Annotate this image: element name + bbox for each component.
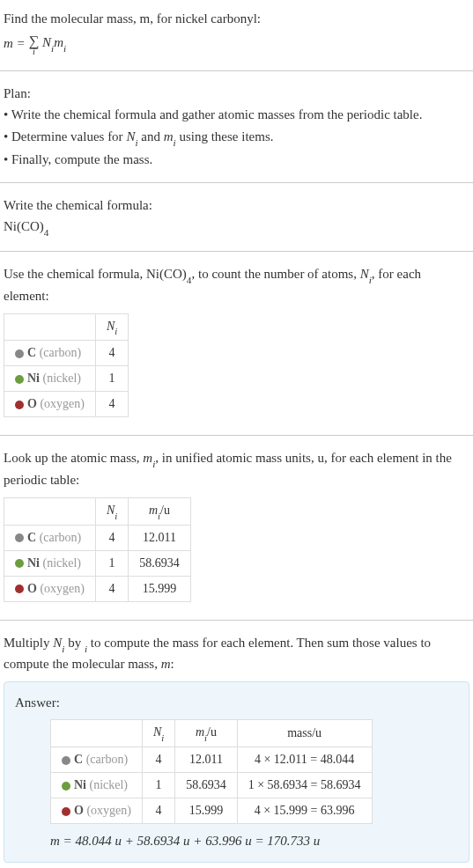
element-cell: Ni (nickel)	[4, 366, 96, 392]
final-equation: m = 48.044 u + 58.6934 u + 63.996 u = 17…	[50, 831, 458, 851]
element-cell: Ni (nickel)	[4, 550, 96, 576]
intro-text: Find the molecular mass, m, for nickel c…	[4, 9, 469, 29]
count-value: 1	[95, 366, 128, 392]
count-value: 4	[95, 392, 128, 417]
divider	[0, 251, 473, 252]
formula-heading: Write the chemical formula:	[4, 195, 469, 216]
table-header-row: Ni mi/u mass/u	[51, 720, 373, 747]
table-row: C (carbon) 4	[4, 341, 129, 366]
element-cell: O (oxygen)	[4, 576, 96, 601]
table-row: O (oxygen) 4	[4, 392, 129, 417]
count-value: 4	[95, 525, 128, 550]
lookup-text: Look up the atomic mass, mi, in unified …	[4, 448, 469, 489]
lookup-section: Look up the atomic mass, mi, in unified …	[0, 439, 473, 615]
plan-section: Plan: • Write the chemical formula and g…	[0, 75, 473, 179]
table-header-mass: mass/u	[237, 720, 372, 747]
divider	[0, 70, 473, 71]
element-cell: C (carbon)	[4, 525, 96, 550]
table-row: C (carbon) 4 12.011 4 × 12.011 = 48.044	[51, 747, 373, 773]
table-header-row: Ni	[4, 313, 129, 341]
mass-value: 15.999	[129, 576, 191, 601]
table-header-empty	[4, 313, 96, 341]
mass-value: 58.6934	[129, 550, 191, 576]
formula-section: Write the chemical formula: Ni(CO)4	[0, 187, 473, 247]
element-dot-icon	[15, 585, 24, 593]
chemical-formula: Ni(CO)4	[4, 217, 469, 239]
mass-value: 12.011	[129, 525, 191, 550]
table-header-ni: Ni	[95, 497, 128, 525]
element-dot-icon	[62, 807, 70, 816]
count-section: Use the chemical formula, Ni(CO)4, to co…	[0, 255, 473, 431]
mass-calc: 1 × 58.6934 = 58.6934	[237, 773, 372, 798]
intro-equation: m = ∑i Nimi	[4, 33, 469, 56]
count-value: 1	[95, 550, 128, 576]
table-row: O (oxygen) 4 15.999	[4, 576, 191, 601]
multiply-section: Multiply Ni by i to compute the mass for…	[0, 624, 473, 868]
mass-table: Ni mi/u C (carbon) 4 12.011 Ni (nickel) …	[4, 497, 191, 602]
divider	[0, 435, 473, 436]
element-dot-icon	[15, 401, 24, 409]
table-header-empty	[4, 497, 96, 525]
count-value: 1	[142, 773, 174, 798]
element-cell: O (oxygen)	[4, 392, 96, 417]
element-dot-icon	[62, 756, 70, 765]
table-row: Ni (nickel) 1	[4, 366, 129, 392]
divider	[0, 620, 473, 621]
answer-box: Answer: Ni mi/u mass/u C (carbon) 4 12.0…	[4, 681, 469, 863]
table-header-row: Ni mi/u	[4, 497, 191, 525]
element-dot-icon	[15, 559, 24, 568]
plan-bullet-2: • Determine values for Ni and mi using t…	[4, 127, 469, 149]
element-cell: C (carbon)	[4, 341, 96, 366]
element-cell: C (carbon)	[51, 747, 143, 773]
multiply-text: Multiply Ni by i to compute the mass for…	[4, 633, 469, 674]
table-header-empty	[51, 720, 143, 747]
intro-section: Find the molecular mass, m, for nickel c…	[0, 0, 473, 67]
divider	[0, 182, 473, 183]
mass-value: 15.999	[175, 798, 238, 824]
count-value: 4	[142, 747, 174, 773]
element-dot-icon	[15, 533, 24, 542]
element-dot-icon	[62, 782, 70, 791]
element-cell: Ni (nickel)	[51, 773, 143, 798]
table-row: C (carbon) 4 12.011	[4, 525, 191, 550]
plan-bullet-1: • Write the chemical formula and gather …	[4, 105, 469, 125]
answer-table: Ni mi/u mass/u C (carbon) 4 12.011 4 × 1…	[50, 719, 373, 824]
plan-bullet-3: • Finally, compute the mass.	[4, 150, 469, 170]
table-header-ni: Ni	[95, 313, 128, 341]
table-header-mi: mi/u	[175, 720, 238, 747]
element-cell: O (oxygen)	[51, 798, 143, 824]
count-value: 4	[142, 798, 174, 824]
table-row: O (oxygen) 4 15.999 4 × 15.999 = 63.996	[51, 798, 373, 824]
table-row: Ni (nickel) 1 58.6934	[4, 550, 191, 576]
mass-value: 12.011	[175, 747, 238, 773]
count-value: 4	[95, 576, 128, 601]
element-dot-icon	[15, 375, 24, 384]
table-header-ni: Ni	[142, 720, 174, 747]
mass-value: 58.6934	[175, 773, 238, 798]
count-value: 4	[95, 341, 128, 366]
element-dot-icon	[15, 349, 24, 358]
answer-label: Answer:	[15, 693, 458, 713]
plan-heading: Plan:	[4, 84, 469, 104]
count-text: Use the chemical formula, Ni(CO)4, to co…	[4, 264, 469, 305]
table-row: Ni (nickel) 1 58.6934 1 × 58.6934 = 58.6…	[51, 773, 373, 798]
table-header-mi: mi/u	[129, 497, 191, 525]
mass-calc: 4 × 15.999 = 63.996	[237, 798, 372, 824]
intro-line1: Find the molecular mass, m, for nickel c…	[4, 11, 261, 26]
mass-calc: 4 × 12.011 = 48.044	[237, 747, 372, 773]
count-table: Ni C (carbon) 4 Ni (nickel) 1 O (oxygen)…	[4, 313, 129, 418]
